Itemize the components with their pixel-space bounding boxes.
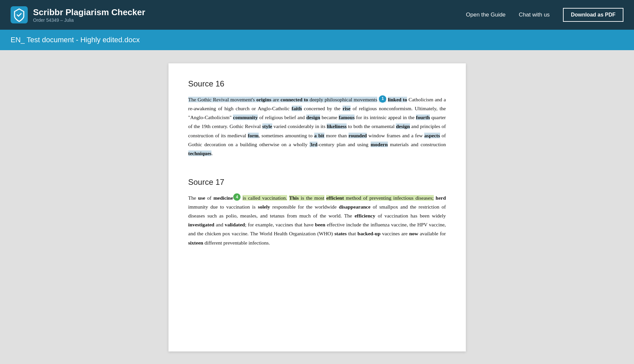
order-subtitle: Order 54349 – Julia [33, 17, 145, 23]
investigated-word: investigated [188, 222, 214, 227]
filename-label: EN_ Test document - Highly edited.docx [11, 36, 140, 44]
3rd-word: 3rd [310, 142, 317, 147]
header-title-block: Scribbr Plagiarism Checker Order 54349 –… [33, 7, 145, 23]
design-word-2: design [396, 123, 410, 129]
origins-word: origins [256, 97, 272, 102]
file-bar: EN_ Test document - Highly edited.docx [0, 30, 634, 50]
header-brand: Scribbr Plagiarism Checker Order 54349 –… [11, 6, 145, 23]
source-16-paragraph: The Gothic Revival movement's origins ar… [188, 95, 446, 158]
source-16-hl-2: linked to [388, 97, 407, 102]
source-17-heading: Source 17 [188, 178, 446, 187]
source-17-section: Source 17 The use of medicine4 is called… [188, 178, 446, 247]
sixteen-word: sixteen [188, 240, 204, 246]
source-16-section: Source 16 The Gothic Revival movement's … [188, 79, 446, 158]
app-title: Scribbr Plagiarism Checker [33, 7, 145, 17]
design-word: design [306, 115, 320, 120]
source-17-hl-3: method of preventing infectious diseases… [344, 195, 434, 201]
backed-up-phrase: backed-up [357, 231, 381, 236]
source-17-paragraph: The use of medicine4 is called vaccinati… [188, 193, 446, 247]
now-word: now [409, 231, 418, 236]
states-word: states [334, 231, 347, 236]
source-16-hl-1: deeply philosophical movements [308, 97, 377, 102]
chat-with-us-link[interactable]: Chat with us [519, 12, 550, 18]
techniques-word: techniques [188, 150, 212, 156]
disappearance-word: disappearance [339, 204, 371, 210]
form-word: form [248, 133, 259, 138]
source-badge-4: 4 [233, 193, 241, 201]
source-badge-1: 1 [379, 95, 386, 103]
open-guide-link[interactable]: Open the Guide [466, 12, 505, 18]
famous-word: famous [339, 115, 354, 120]
rise-word: rise [343, 106, 351, 111]
community-word: community [233, 115, 258, 120]
document-page: Source 16 The Gothic Revival movement's … [168, 63, 466, 351]
source-17-hl-2: is the most [299, 195, 324, 201]
source-16-badge-wrapper: 1 [379, 97, 386, 102]
medicine-word: medicine [213, 195, 233, 201]
content-area: Source 16 The Gothic Revival movement's … [0, 50, 634, 364]
this-word: This [289, 195, 299, 201]
use-word: use [198, 195, 205, 201]
herd-word: herd [436, 195, 446, 201]
aspects-word: aspects [424, 133, 440, 138]
faith-word: faith [292, 106, 302, 111]
connected-to-phrase: connected to [280, 97, 308, 102]
header-nav: Open the Guide Chat with us Download as … [466, 8, 623, 22]
efficient-word: efficient [326, 195, 344, 201]
source-16-heading: Source 16 [188, 79, 446, 88]
a-bit-phrase: a bit [314, 133, 324, 138]
been-word: been [315, 222, 325, 227]
solely-word: solely [258, 204, 270, 210]
modern-word: modern [371, 142, 388, 147]
rounded-word: rounded [349, 133, 367, 138]
source-16-highlight-start: The Gothic Revival movement's origins ar… [188, 97, 308, 102]
download-pdf-button[interactable]: Download as PDF [563, 8, 623, 22]
linked-to-phrase: linked to [388, 97, 407, 102]
likeliness-word: likeliness [327, 123, 347, 129]
style-word: style [262, 123, 272, 129]
efficiency-word: efficiency [354, 213, 375, 218]
source-17-hl-1: is called vaccination. [242, 195, 287, 201]
scribbr-logo-icon [11, 6, 28, 23]
fourth-word: fourth [416, 115, 430, 120]
validated-word: validated [225, 222, 245, 227]
header: Scribbr Plagiarism Checker Order 54349 –… [0, 0, 634, 30]
